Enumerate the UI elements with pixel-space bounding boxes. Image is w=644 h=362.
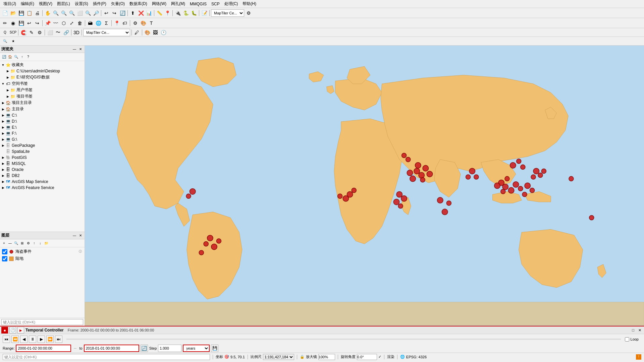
- temporal-btn[interactable]: 🕐: [160, 29, 167, 36]
- browser-refresh-btn[interactable]: 🔄: [1, 54, 7, 60]
- tree-research[interactable]: ▶ 📁 E:\研究\QGIS\数据: [1, 74, 84, 80]
- tree-geopackage[interactable]: ▶ 🗄 GeoPackage: [1, 142, 84, 148]
- print-btn[interactable]: 🖨: [34, 9, 41, 17]
- rotation-check[interactable]: ✓: [378, 355, 381, 359]
- add-line-btn[interactable]: 〰: [52, 19, 59, 27]
- menu-processing[interactable]: 处理(C): [222, 0, 240, 7]
- layers-search-input[interactable]: [1, 319, 83, 325]
- layers-settings-btn[interactable]: ⚙: [25, 241, 31, 246]
- menu-plugins[interactable]: 插件(P): [91, 0, 108, 7]
- layer-piracy[interactable]: 海盗事件 ⓘ: [1, 248, 84, 255]
- tree-desktop[interactable]: ▶ 📁 C:\Users\admin\Desktop: [1, 68, 84, 74]
- tree-g[interactable]: ▶ 💻 G:\: [1, 136, 84, 142]
- deselect-btn[interactable]: ❌: [137, 9, 145, 17]
- annotation-btn[interactable]: 📍: [113, 19, 120, 27]
- move-feature-btn[interactable]: ⤢: [68, 19, 75, 27]
- tree-c[interactable]: ▶ 💻 C:\: [1, 112, 84, 118]
- scale-select[interactable]: 1:191,427,184: [263, 354, 294, 360]
- terrain-btn[interactable]: 🌐: [95, 19, 102, 27]
- tree-db2[interactable]: ▶ 🗄 DB2: [1, 173, 84, 179]
- zoom-full-btn[interactable]: ⬜: [76, 9, 84, 17]
- style-btn[interactable]: 🎨: [140, 19, 147, 27]
- text-btn[interactable]: T: [148, 19, 155, 27]
- tree-arcgis-map[interactable]: ▶ 🗺 ArcGIS Map Service: [1, 179, 84, 185]
- add-polygon-btn[interactable]: ⬡: [60, 19, 67, 27]
- debug-btn[interactable]: 🐛: [190, 9, 198, 17]
- map-theme-btn[interactable]: ⚙: [245, 9, 252, 17]
- freehand-btn[interactable]: 〜: [54, 29, 62, 36]
- tree-oracle[interactable]: ▶ 🗄 Oracle: [1, 167, 84, 173]
- tree-e[interactable]: ▶ 💻 E:\: [1, 124, 84, 130]
- add-point-btn[interactable]: 📌: [44, 19, 51, 27]
- tree-d[interactable]: ▶ 💻 D:\: [1, 118, 84, 124]
- open-table-btn[interactable]: 📊: [145, 9, 153, 17]
- tc-range-start-input[interactable]: [16, 345, 71, 352]
- browser-collapse-btn[interactable]: ↑: [19, 54, 25, 60]
- save-layer-btn[interactable]: 💾: [17, 19, 25, 27]
- select-btn[interactable]: ⬆: [129, 9, 137, 17]
- tree-project-home[interactable]: ▶ 🏠 项目主目录: [1, 100, 84, 106]
- tree-bookmarks[interactable]: ▼ 🏷 空间书签: [1, 80, 84, 87]
- location-search-input[interactable]: [3, 354, 210, 360]
- layer-piracy-check[interactable]: [2, 249, 7, 254]
- advanced-edit-btn[interactable]: ⚙: [36, 29, 43, 36]
- tc-step-back-btn[interactable]: ⏪: [11, 336, 19, 343]
- sum-btn[interactable]: Σ: [103, 19, 110, 27]
- tree-favorites[interactable]: ▼ ⭐ 收藏夹: [1, 62, 84, 68]
- tc-prev-btn[interactable]: ◀: [20, 336, 28, 343]
- tree-f[interactable]: ▶ 💻 F:\: [1, 130, 84, 136]
- menu-project[interactable]: 项目(J): [1, 0, 18, 7]
- undo-btn[interactable]: ↩: [103, 9, 110, 17]
- bookmark-btn[interactable]: ★: [9, 38, 17, 45]
- undo-edit-btn[interactable]: ↩: [25, 19, 33, 27]
- elevation-btn[interactable]: 🏔: [87, 19, 94, 27]
- map-theme-combo[interactable]: MapTiler Ce...: [211, 9, 244, 17]
- menu-database[interactable]: 数据库(D): [127, 0, 149, 7]
- menu-settings[interactable]: 设置(S): [73, 0, 90, 7]
- advanced-btn[interactable]: ⚙: [131, 19, 139, 27]
- zoom-in-btn[interactable]: 🔍: [60, 9, 67, 17]
- menu-scp[interactable]: SCP: [209, 1, 222, 7]
- tree-arcgis-feature[interactable]: ▶ 🗺 ArcGIS Feature Service: [1, 185, 84, 191]
- layers-remove-btn[interactable]: —: [7, 241, 13, 246]
- layers-expand-btn[interactable]: ⊞: [19, 241, 25, 246]
- open-project-btn[interactable]: 📂: [9, 9, 17, 17]
- plugins-btn[interactable]: 🔌: [174, 9, 181, 17]
- tc-refresh-btn[interactable]: 🔄: [141, 345, 148, 352]
- tc-pause-btn[interactable]: ⏸: [29, 336, 36, 343]
- tc-expand-btn[interactable]: □: [631, 328, 636, 332]
- layers-filter-btn[interactable]: 🔍: [13, 241, 19, 246]
- layer-piracy-info[interactable]: ⓘ: [78, 249, 83, 254]
- new-project-btn[interactable]: 📄: [1, 9, 9, 17]
- save-as-btn[interactable]: 📋: [25, 9, 33, 17]
- browser-home-btn[interactable]: 🏠: [7, 54, 13, 60]
- label-btn[interactable]: 🏷: [121, 19, 128, 27]
- tree-mssql[interactable]: ▶ 🗄 MSSQL: [1, 161, 84, 167]
- browser-filter-btn[interactable]: 🔍: [13, 54, 19, 60]
- render-style-btn[interactable]: 🖼: [152, 29, 159, 36]
- messages-btn[interactable]: !: [636, 354, 641, 360]
- tc-unit-select[interactable]: years seconds minutes hours days weeks m…: [183, 345, 210, 352]
- menu-mmqgis[interactable]: MMQGIS: [188, 1, 209, 7]
- identify-btn[interactable]: 🔍: [52, 9, 59, 17]
- zoom-select-btn[interactable]: 🔍: [84, 9, 92, 17]
- layers-up-btn[interactable]: ↑: [32, 241, 37, 246]
- tc-play-btn[interactable]: ▶: [17, 327, 24, 334]
- layers-down-btn[interactable]: ↓: [38, 241, 43, 246]
- trace-btn[interactable]: 🔗: [62, 29, 70, 36]
- tc-skip-last-btn[interactable]: ⏭: [55, 336, 62, 343]
- tc-loop-check[interactable]: [625, 337, 629, 342]
- layers-add-btn[interactable]: +: [1, 241, 7, 246]
- tree-spatialite[interactable]: 🗄 SpatiaLite: [1, 148, 84, 155]
- save-project-btn[interactable]: 💾: [17, 9, 25, 17]
- rotation-input[interactable]: [357, 354, 377, 360]
- delete-feature-btn[interactable]: 🗑: [76, 19, 84, 27]
- browser-minimize-btn[interactable]: —: [72, 47, 77, 52]
- menu-edit[interactable]: 编辑(E): [19, 0, 36, 7]
- measure-btn[interactable]: 📏: [156, 9, 163, 17]
- map-canvas[interactable]: [85, 46, 644, 326]
- zoom-layer-btn[interactable]: 🔎: [92, 9, 100, 17]
- menu-help[interactable]: 帮助(H): [240, 0, 258, 7]
- tc-step-input[interactable]: [158, 345, 181, 352]
- layer-style-btn[interactable]: 🎨: [144, 29, 151, 36]
